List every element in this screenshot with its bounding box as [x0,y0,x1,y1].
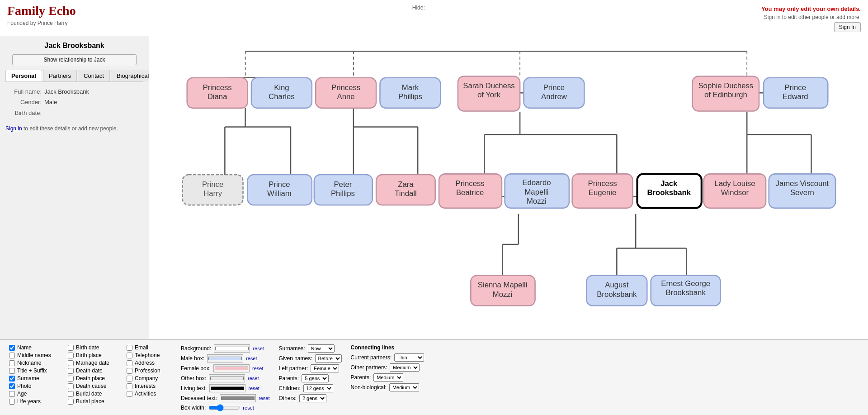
birth-place-label: Birth place [76,352,102,358]
photo-label: Photo [17,383,31,389]
checkbox-death-place: Death place [68,375,118,382]
svg-text:Brooksbank: Brooksbank [647,188,691,197]
telephone-checkbox[interactable] [127,353,132,358]
deceased-text-color-input[interactable] [220,394,256,402]
marriage-date-checkbox[interactable] [68,360,74,366]
founded-by: Founded by Prince Harry [7,20,76,26]
telephone-label: Telephone [135,352,160,358]
male-box-color-reset[interactable]: reset [246,356,257,361]
birth-date-checkbox[interactable] [68,345,74,351]
tab-biographical[interactable]: Biographical [111,70,155,81]
personal-details: Full name: Jack Brooksbank Gender: Male … [5,86,143,118]
parents-label: Parents: [279,375,299,382]
female-box-color-reset[interactable]: reset [252,366,263,371]
left-partner-select[interactable]: FemaleMaleOlder [311,364,339,372]
title-suffix-label: Title + Suffix [17,367,47,374]
activities-checkbox[interactable] [127,391,132,397]
male-box-color-row: Male box: reset [181,354,270,363]
checkbox-photo: Photo [9,383,59,389]
current-partners-row: Current partners: ThinMediumThick [351,353,425,362]
svg-text:Brooksbank: Brooksbank [597,290,637,299]
current-partners-select[interactable]: ThinMediumThick [394,353,424,362]
other-box-color-reset[interactable]: reset [248,376,259,381]
death-cause-label: Death cause [76,383,106,389]
birth-place-checkbox[interactable] [68,353,74,358]
bottom-controls: Name Middle names Nickname Title + Suffi… [0,339,868,415]
middle-names-checkbox[interactable] [9,353,15,358]
parents-cl-label: Parents: [351,374,371,381]
svg-text:Sarah Duchess: Sarah Duchess [463,81,514,90]
death-date-checkbox[interactable] [68,368,74,374]
burial-date-label: Burial date [76,391,102,397]
children-row: Children: 12 gens10 gens8 gens [279,384,342,392]
others-select[interactable]: 2 gens1 gen3 gens [299,394,326,402]
gender-row: Gender: Male [5,97,143,107]
box-width-label: Box width: [181,405,206,411]
nickname-label: Nickname [17,360,41,366]
birth-date-label: Birth date [76,344,99,351]
male-box-color-input[interactable] [207,354,243,363]
non-biological-select[interactable]: MediumThinThick [389,383,419,391]
svg-text:James Viscount: James Viscount [776,179,829,188]
checkbox-company: Company [127,375,172,382]
interests-checkbox[interactable] [127,383,132,389]
surname-label: Surname [17,375,39,382]
email-checkbox[interactable] [127,345,132,351]
checkbox-nickname: Nickname [9,360,59,366]
show-relationship-button[interactable]: Show relationship to Jack [12,54,137,65]
checkbox-middle-names: Middle names [9,352,59,358]
company-checkbox[interactable] [127,376,132,382]
svg-text:King: King [274,83,289,92]
dropdowns-left: Surnames: NowBeforeBoth Given names: Bef… [279,344,342,402]
sign-in-link[interactable]: Sign in [5,125,22,132]
other-box-color-input[interactable] [209,374,245,382]
age-checkbox[interactable] [9,391,15,397]
parents-select[interactable]: 5 gens4 gens3 gens [302,374,329,382]
surnames-select[interactable]: NowBeforeBoth [308,344,335,353]
interests-label: Interests [135,383,156,389]
connecting-lines-section: Connecting lines Current partners: ThinM… [351,344,425,391]
sign-in-text: Sign in to edit other people or add more… [764,14,861,20]
background-color-input[interactable] [214,344,250,353]
box-width-slider[interactable] [208,404,240,411]
tab-partners[interactable]: Partners [43,70,77,81]
svg-text:Peter: Peter [334,180,352,189]
children-select[interactable]: 12 gens10 gens8 gens [303,384,333,392]
parents-cl-select[interactable]: MediumThinThick [373,373,403,382]
living-text-color-reset[interactable]: reset [248,386,259,391]
photo-checkbox[interactable] [9,383,15,389]
title-suffix-checkbox[interactable] [9,368,15,374]
death-place-checkbox[interactable] [68,376,74,382]
svg-text:Mark: Mark [402,83,419,92]
nickname-checkbox[interactable] [9,360,15,366]
deceased-text-color-reset[interactable]: reset [259,396,269,401]
burial-place-checkbox[interactable] [68,399,74,405]
other-partners-select[interactable]: MediumThinThick [390,363,420,372]
sign-in-button[interactable]: Sign In [834,22,861,32]
box-width-reset[interactable]: reset [243,405,254,410]
svg-text:Phillips: Phillips [398,92,422,101]
life-years-checkbox[interactable] [9,399,15,405]
tab-contact[interactable]: Contact [78,70,110,81]
header-right: You may only edit your own details. Sign… [761,4,861,32]
fullname-value: Jack Brooksbank [44,86,89,97]
death-cause-checkbox[interactable] [68,383,74,389]
living-text-color-input[interactable] [209,384,245,392]
background-color-reset[interactable]: reset [253,346,264,351]
tab-personal[interactable]: Personal [5,70,42,81]
non-biological-label: Non-biological: [351,384,387,391]
address-checkbox[interactable] [127,360,132,366]
surname-checkbox[interactable] [9,376,15,382]
svg-text:of Edinburgh: of Edinburgh [704,91,747,99]
tree-area[interactable]: Princess Diana King Charles Princess Ann… [149,36,868,339]
left-partner-label: Left partner: [279,365,308,372]
burial-date-checkbox[interactable] [68,391,74,397]
others-row: Others: 2 gens1 gen3 gens [279,394,342,402]
parents-row: Parents: 5 gens4 gens3 gens [279,374,342,382]
name-checkbox[interactable] [9,345,15,351]
checkbox-birth-date: Birth date [68,344,118,351]
given-names-select[interactable]: BeforeAfterBoth [315,354,342,363]
profession-checkbox[interactable] [127,368,132,374]
female-box-color-input[interactable] [213,364,250,372]
svg-text:William: William [267,189,292,198]
